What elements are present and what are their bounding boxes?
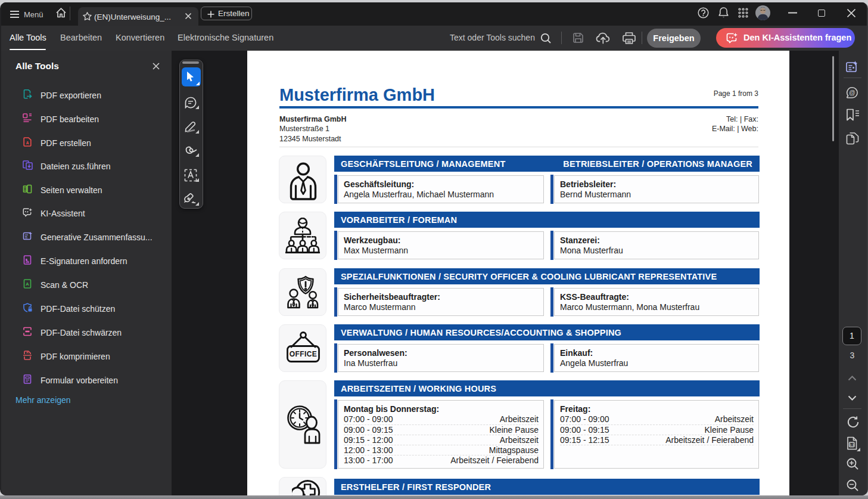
svg-text:1:1: 1:1 <box>850 443 854 447</box>
svg-text:A: A <box>26 281 29 287</box>
svg-text:A: A <box>26 351 29 354</box>
svg-text:@: @ <box>849 89 855 96</box>
svg-text:A: A <box>26 141 29 145</box>
